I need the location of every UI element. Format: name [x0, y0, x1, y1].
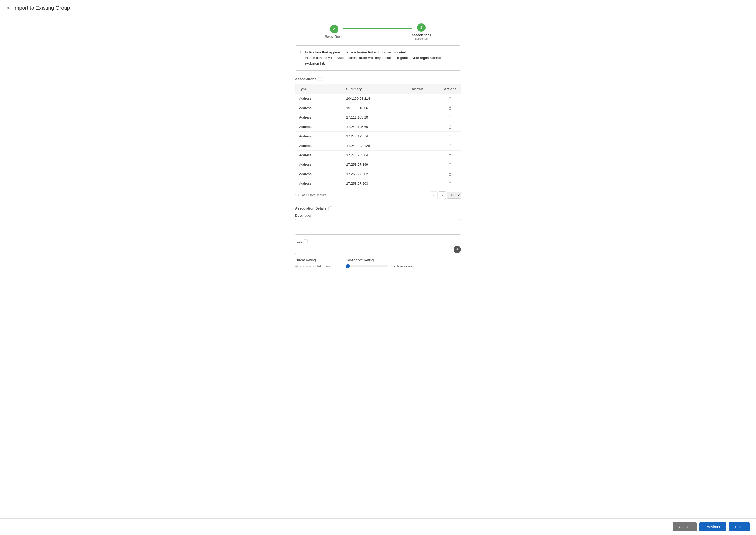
tags-info-icon[interactable]: i — [304, 239, 308, 243]
cell-summary: 151.101.131.6 — [343, 103, 408, 113]
associations-info-icon[interactable]: i — [318, 77, 322, 81]
delete-icon[interactable]: 🗑 — [448, 125, 452, 129]
cell-type: Address — [295, 151, 343, 160]
association-details-label: Association Details — [295, 207, 326, 210]
cell-type: Address — [295, 132, 343, 141]
association-details-info-icon[interactable]: i — [328, 206, 332, 210]
stepper: ✓ Select Group 2 Associations (Optional) — [0, 16, 756, 45]
cell-actions: 🗑 — [440, 151, 461, 160]
star-2: ● — [302, 264, 305, 268]
delete-icon[interactable]: 🗑 — [448, 172, 452, 176]
table-row: Address 17.248.203.128 🗑 — [295, 141, 461, 151]
delete-icon[interactable]: 🗑 — [448, 181, 452, 186]
cell-summary: 17.111.103.20 — [343, 113, 408, 122]
star-1: ● — [299, 264, 301, 268]
step-connector — [343, 28, 411, 29]
cell-known — [408, 141, 440, 151]
table-row: Address 17.248.195.74 🗑 — [295, 132, 461, 141]
cell-actions: 🗑 — [440, 94, 461, 103]
cell-summary: 17.248.195.74 — [343, 132, 408, 141]
prev-page-button[interactable]: ‹ — [430, 191, 438, 199]
association-details-section: Association Details i Description Tags i… — [295, 206, 461, 268]
cell-type: Address — [295, 141, 343, 151]
delete-icon[interactable]: 🗑 — [448, 153, 452, 157]
cell-actions: 🗑 — [440, 160, 461, 169]
cell-type: Address — [295, 169, 343, 179]
cell-type: Address — [295, 122, 343, 132]
next-page-button[interactable]: › — [438, 191, 446, 199]
page-header-icon: ➤ — [6, 5, 11, 11]
associations-label: Associations — [295, 77, 316, 81]
associations-section: Associations i Type Summary Known Action… — [295, 77, 461, 199]
cell-actions: 🗑 — [440, 169, 461, 179]
delete-icon[interactable]: 🗑 — [448, 162, 452, 167]
cell-known — [408, 113, 440, 122]
page-title: Import to Existing Group — [14, 5, 70, 11]
table-row: Address 17.253.27.203 🗑 — [295, 179, 461, 188]
threat-rating-text: Unknown — [316, 264, 330, 268]
step-select-group: ✓ Select Group — [325, 25, 343, 39]
delete-icon[interactable]: 🗑 — [448, 106, 452, 110]
table-header-row: Type Summary Known Actions — [295, 84, 461, 94]
step-circle-1: ✓ — [330, 25, 338, 33]
step-circle-2: 2 — [417, 23, 426, 32]
star-5: ● — [312, 264, 315, 268]
table-row: Address 104.100.68.214 🗑 — [295, 94, 461, 103]
table-row: Address 17.253.27.202 🗑 — [295, 169, 461, 179]
col-summary: Summary — [343, 84, 408, 94]
delete-icon[interactable]: 🗑 — [448, 115, 452, 120]
cell-summary: 17.253.27.202 — [343, 169, 408, 179]
associations-header: Associations i — [295, 77, 461, 81]
tags-row: + — [295, 245, 461, 254]
description-textarea[interactable] — [295, 219, 461, 235]
associations-table: Type Summary Known Actions Address 104.1… — [295, 84, 461, 188]
delete-icon[interactable]: 🗑 — [448, 134, 452, 138]
step-sublabel-2: (Optional) — [415, 37, 428, 40]
slider-row: 0 - Unassessed — [346, 264, 461, 268]
cell-known — [408, 122, 440, 132]
tags-input[interactable] — [295, 245, 451, 254]
table-row: Address 151.101.131.6 🗑 — [295, 103, 461, 113]
cell-known — [408, 160, 440, 169]
cell-type: Address — [295, 94, 343, 103]
cell-actions: 🗑 — [440, 103, 461, 113]
table-row: Address 17.111.103.20 🗑 — [295, 113, 461, 122]
cell-known — [408, 132, 440, 141]
step-label-2: Associations — [411, 33, 431, 37]
associations-table-container: Type Summary Known Actions Address 104.1… — [295, 84, 461, 188]
pagination-controls: ‹ › 10 25 50 — [430, 191, 461, 199]
cell-summary: 17.253.27.199 — [343, 160, 408, 169]
col-known: Known — [408, 84, 440, 94]
pagination-row: 1-10 of 11 total results ‹ › 10 25 50 — [295, 191, 461, 199]
confidence-slider[interactable] — [346, 264, 388, 268]
cell-known — [408, 169, 440, 179]
description-field-group: Description — [295, 213, 461, 236]
per-page-select[interactable]: 10 25 50 — [447, 192, 461, 199]
description-label: Description — [295, 213, 461, 217]
cell-actions: 🗑 — [440, 179, 461, 188]
table-row: Address 17.253.27.199 🗑 — [295, 160, 461, 169]
cell-actions: 🗑 — [440, 113, 461, 122]
table-row: Address 17.248.195.66 🗑 — [295, 122, 461, 132]
step-associations: 2 Associations (Optional) — [411, 23, 431, 40]
cell-known — [408, 103, 440, 113]
cell-known — [408, 94, 440, 103]
threat-rating-block: Threat Rating ⊘ ● ● ● ● ● Unknown — [295, 258, 330, 268]
notice-text-1: Indicators that appear on an exclusion l… — [305, 50, 456, 55]
col-type: Type — [295, 84, 343, 94]
add-tag-button[interactable]: + — [454, 246, 461, 253]
notice-box: ℹ Indicators that appear on an exclusion… — [295, 45, 461, 70]
cell-known — [408, 151, 440, 160]
cell-summary: 17.248.195.66 — [343, 122, 408, 132]
confidence-rating-block: Confidence Rating 0 - Unassessed — [346, 258, 461, 268]
cell-summary: 17.248.203.128 — [343, 141, 408, 151]
cell-summary: 104.100.68.214 — [343, 94, 408, 103]
threat-slash-icon: ⊘ — [295, 264, 298, 268]
cell-type: Address — [295, 113, 343, 122]
delete-icon[interactable]: 🗑 — [448, 96, 452, 101]
delete-icon[interactable]: 🗑 — [448, 143, 452, 148]
ratings-row: Threat Rating ⊘ ● ● ● ● ● Unknown Confid… — [295, 258, 461, 268]
notice-text-2: Please contact your system administrator… — [305, 55, 456, 66]
tags-label: Tags i — [295, 239, 461, 243]
notice-icon: ℹ — [300, 50, 302, 55]
